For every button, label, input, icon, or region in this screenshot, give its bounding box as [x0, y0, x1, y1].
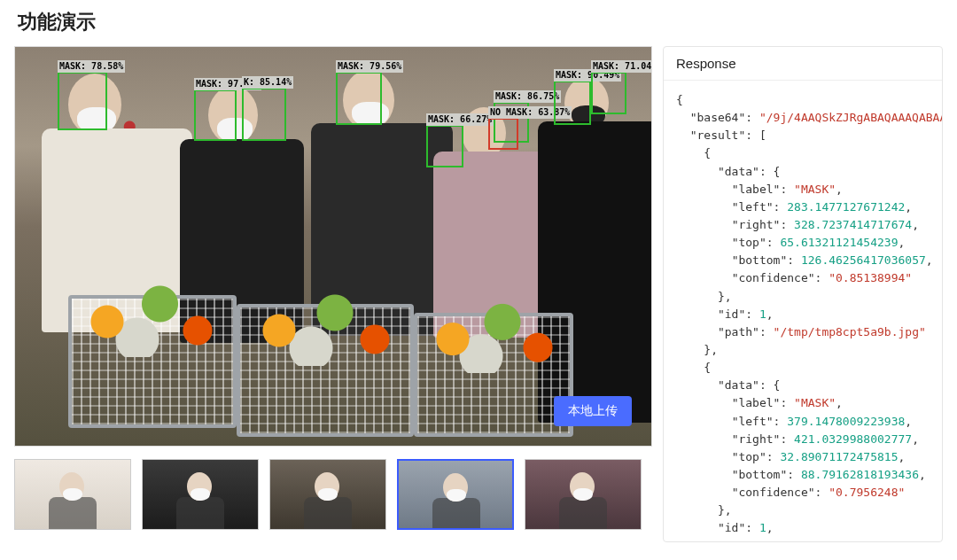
response-panel: Response { "base64": "/9j/4AAQSkZJRgABAQ…: [663, 46, 943, 542]
detection-label: MASK: 66.27%: [426, 113, 494, 126]
thumbnail-sample-1[interactable]: [14, 459, 131, 530]
response-header: Response: [664, 47, 942, 81]
detection-label: MASK: 86.75%: [494, 90, 561, 103]
thumbnail-sample-2[interactable]: [142, 459, 259, 530]
detection-box: MASK: 66.27%: [426, 125, 463, 167]
thumbnail-sample-3[interactable]: [269, 459, 386, 530]
detection-box: MASK: 97.44%: [194, 89, 237, 141]
detection-label: MASK: 78.58%: [58, 60, 125, 73]
detection-box: MASK: 79.56%: [336, 72, 382, 125]
thumbnail-sample-5[interactable]: [525, 459, 642, 530]
thumbnail-sample-4[interactable]: [397, 459, 514, 530]
detection-label: MASK: 71.04%: [591, 60, 652, 73]
detection-label: K: 85.14%: [242, 76, 293, 89]
detection-box: MASK: 71.04%: [591, 72, 626, 114]
detection-box: NO MASK: 63.87%: [488, 118, 518, 150]
detection-label: MASK: 79.56%: [336, 60, 403, 73]
page-title: 功能演示: [0, 0, 957, 46]
response-json-body[interactable]: { "base64": "/9j/4AAQSkZJRgABAQAAAQABAAD…: [664, 81, 942, 541]
detection-box: MASK: 90.49%: [554, 81, 591, 125]
detection-box: K: 85.14%: [242, 88, 286, 141]
detection-image-panel: MASK: 78.58%MASK: 97.44%K: 85.14%MASK: 7…: [14, 46, 652, 447]
detection-box: MASK: 78.58%: [58, 72, 107, 130]
thumbnail-row: [14, 459, 652, 530]
local-upload-button[interactable]: 本地上传: [554, 396, 632, 426]
